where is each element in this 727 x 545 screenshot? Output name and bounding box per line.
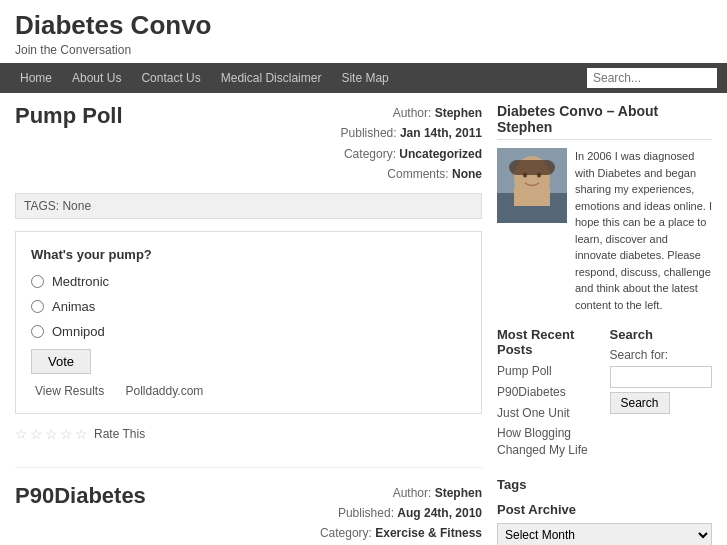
published-value: Jan 14th, 2011 <box>400 126 482 140</box>
stars: ☆ ☆ ☆ ☆ ☆ <box>15 426 88 442</box>
nav-bar: Home About Us Contact Us Medical Disclai… <box>0 63 727 93</box>
search-label: Search for: <box>610 348 713 362</box>
recent-post-1[interactable]: Pump Poll <box>497 363 600 380</box>
post2-published-value: Aug 24th, 2010 <box>397 506 482 520</box>
search-widget: Search for: Search <box>610 348 713 414</box>
nav-disclaimer[interactable]: Medical Disclaimer <box>211 63 332 93</box>
search-button[interactable]: Search <box>610 392 670 414</box>
post-p90diabetes: P90Diabetes Author: Stephen Published: A… <box>15 483 482 545</box>
post2-meta: Author: Stephen Published: Aug 24th, 201… <box>320 483 482 545</box>
post2-author-value: Stephen <box>435 486 482 500</box>
comments-line: Comments: None <box>341 164 482 184</box>
archive-section: Post Archive Select Month <box>497 502 712 545</box>
post2-published-line: Published: Aug 24th, 2010 <box>320 503 482 523</box>
recent-post-4[interactable]: How Blogging Changed My Life <box>497 425 600 459</box>
content-area: Pump Poll Author: Stephen Published: Jan… <box>15 103 482 545</box>
site-tagline: Join the Conversation <box>15 43 712 57</box>
list-item: P90Diabetes <box>497 384 600 401</box>
nav-sitemap[interactable]: Site Map <box>331 63 398 93</box>
list-item: Pump Poll <box>497 363 600 380</box>
star-1[interactable]: ☆ <box>15 426 28 442</box>
poll-question: What's your pump? <box>31 247 466 262</box>
poll-radio-omnipod[interactable] <box>31 325 44 338</box>
post-divider <box>15 467 482 468</box>
nav-about[interactable]: About Us <box>62 63 131 93</box>
star-2[interactable]: ☆ <box>30 426 43 442</box>
rate-this-link[interactable]: Rate This <box>94 427 145 441</box>
author-line: Author: Stephen <box>341 103 482 123</box>
poll-option-omnipod: Omnipod <box>31 324 466 339</box>
site-header: Diabetes Convo Join the Conversation <box>0 0 727 63</box>
post2-category-line: Category: Exercise & Fitness <box>320 523 482 543</box>
poll-radio-medtronic[interactable] <box>31 275 44 288</box>
post-pump-poll: Pump Poll Author: Stephen Published: Jan… <box>15 103 482 442</box>
tags-line: TAGS: None <box>15 193 482 219</box>
post2-author-line: Author: Stephen <box>320 483 482 503</box>
site-title: Diabetes Convo <box>15 10 712 41</box>
poll-option-medtronic: Medtronic <box>31 274 466 289</box>
sidebar-about-content: In 2006 I was diagnosed with Diabetes an… <box>497 148 712 313</box>
poll-label-omnipod: Omnipod <box>52 324 105 339</box>
post2-title: P90Diabetes <box>15 483 320 509</box>
search-input[interactable] <box>610 366 713 388</box>
post-title: Pump Poll <box>15 103 341 129</box>
archive-select[interactable]: Select Month <box>497 523 712 545</box>
nav-search <box>587 68 717 88</box>
post-meta-row: Pump Poll Author: Stephen Published: Jan… <box>15 103 482 185</box>
post-title-area: Pump Poll <box>15 103 341 135</box>
post2-meta-row: P90Diabetes Author: Stephen Published: A… <box>15 483 482 545</box>
nav-home[interactable]: Home <box>10 63 62 93</box>
poll-links: View Results Polldaddy.com <box>31 384 466 398</box>
poll-box: What's your pump? Medtronic Animas Omnip… <box>15 231 482 414</box>
tags-title: Tags <box>497 477 712 492</box>
recent-posts-list: Pump Poll P90Diabetes Just One Unit How … <box>497 363 600 459</box>
sidebar: Diabetes Convo – About Stephen <box>497 103 712 545</box>
list-item: How Blogging Changed My Life <box>497 425 600 459</box>
search-title: Search <box>610 327 713 342</box>
tags-value: None <box>62 199 91 213</box>
star-3[interactable]: ☆ <box>45 426 58 442</box>
main-layout: Pump Poll Author: Stephen Published: Jan… <box>0 93 727 545</box>
svg-rect-7 <box>509 160 555 175</box>
post-meta: Author: Stephen Published: Jan 14th, 201… <box>341 103 482 185</box>
recent-posts-title: Most Recent Posts <box>497 327 600 357</box>
category-value: Uncategorized <box>399 147 482 161</box>
tags-section: Tags <box>497 477 712 492</box>
post2-category-value: Exercise & Fitness <box>375 526 482 540</box>
recent-post-3[interactable]: Just One Unit <box>497 405 600 422</box>
published-line: Published: Jan 14th, 2011 <box>341 123 482 143</box>
poll-label-animas: Animas <box>52 299 95 314</box>
polldaddy-link[interactable]: Polldaddy.com <box>125 384 203 398</box>
recent-post-2[interactable]: P90Diabetes <box>497 384 600 401</box>
poll-radio-animas[interactable] <box>31 300 44 313</box>
author-value: Stephen <box>435 106 482 120</box>
post2-title-area: P90Diabetes <box>15 483 320 515</box>
star-4[interactable]: ☆ <box>60 426 73 442</box>
search-col: Search Search for: Search <box>610 327 713 463</box>
star-5[interactable]: ☆ <box>75 426 88 442</box>
svg-rect-4 <box>514 186 550 206</box>
category-line: Category: Uncategorized <box>341 144 482 164</box>
vote-button[interactable]: Vote <box>31 349 91 374</box>
star-rating: ☆ ☆ ☆ ☆ ☆ Rate This <box>15 426 482 442</box>
poll-label-medtronic: Medtronic <box>52 274 109 289</box>
sidebar-about-title: Diabetes Convo – About Stephen <box>497 103 712 140</box>
recent-posts-col: Most Recent Posts Pump Poll P90Diabetes … <box>497 327 600 463</box>
sidebar-about: Diabetes Convo – About Stephen <box>497 103 712 313</box>
poll-option-animas: Animas <box>31 299 466 314</box>
view-results-link[interactable]: View Results <box>35 384 104 398</box>
list-item: Just One Unit <box>497 405 600 422</box>
sidebar-about-text: In 2006 I was diagnosed with Diabetes an… <box>575 148 712 313</box>
sidebar-two-col: Most Recent Posts Pump Poll P90Diabetes … <box>497 327 712 463</box>
avatar-image <box>497 148 567 223</box>
archive-title: Post Archive <box>497 502 712 517</box>
nav-links: Home About Us Contact Us Medical Disclai… <box>10 63 399 93</box>
comments-value: None <box>452 167 482 181</box>
nav-search-input[interactable] <box>587 68 717 88</box>
avatar <box>497 148 567 223</box>
nav-contact[interactable]: Contact Us <box>131 63 210 93</box>
